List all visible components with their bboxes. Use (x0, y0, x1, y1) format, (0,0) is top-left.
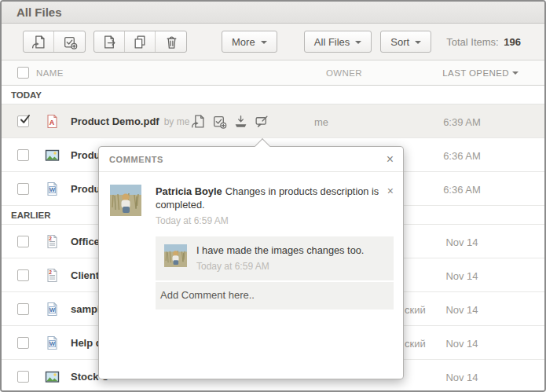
pdf-file-icon (45, 114, 60, 129)
comment: Patricia BoyleChanges in products descri… (110, 185, 394, 310)
comment-close-icon[interactable]: × (387, 185, 394, 197)
word-file-icon (45, 335, 60, 350)
toolbar-group-primary (23, 31, 86, 53)
close-icon[interactable]: × (387, 155, 394, 164)
reply-timestamp: Today at 6:59 AM (196, 261, 364, 272)
file-manager-window: All Files More All Files Sort Total Item… (0, 0, 546, 392)
avatar (164, 244, 187, 267)
popup-body: Patricia BoyleChanges in products descri… (99, 172, 403, 310)
reply-text: I have made the images changes too. (196, 244, 364, 257)
toolbar-group-secondary (93, 31, 187, 53)
comment-replies: I have made the images changes too. Toda… (156, 236, 394, 310)
row-checkbox[interactable] (17, 371, 29, 383)
row-actions (190, 114, 269, 129)
comment-author: Patricia Boyle (156, 185, 222, 197)
file-date: Nov 14 (423, 338, 501, 350)
column-header-last-opened[interactable]: LAST OPENED (442, 68, 519, 78)
column-header-name: NAME (36, 68, 64, 78)
total-items-value: 196 (504, 36, 521, 48)
page-title: All Files (16, 5, 62, 19)
move-button[interactable] (24, 31, 54, 52)
popup-title: COMMENTS (109, 155, 163, 164)
popup-header: COMMENTS × (99, 147, 403, 172)
comment-icon[interactable] (254, 114, 269, 129)
word-file-icon (45, 302, 60, 317)
caret-down-icon (415, 41, 421, 44)
toolbar: More All Files Sort Total Items: 196 (2, 24, 544, 60)
filter-dropdown-label: All Files (314, 36, 350, 48)
file-date: Nov 14 (423, 304, 501, 316)
row-checkbox[interactable] (17, 337, 29, 349)
select-all-checkbox[interactable] (17, 67, 29, 79)
comment-text: Patricia BoyleChanges in products descri… (156, 185, 385, 211)
add-task-button[interactable] (54, 31, 85, 52)
comment-content: Patricia BoyleChanges in products descri… (156, 185, 394, 310)
sort-dropdown-label: Sort (390, 36, 409, 48)
more-button-label: More (232, 36, 255, 48)
titlebar: All Files (2, 2, 544, 24)
row-checkbox[interactable] (17, 115, 29, 127)
column-header-owner: OWNER (326, 68, 362, 78)
add-comment-input[interactable]: Add Comment here.. (156, 282, 394, 310)
row-checkbox[interactable] (17, 149, 29, 161)
row-checkbox[interactable] (17, 269, 29, 281)
reply-content: I have made the images changes too. Toda… (196, 244, 364, 272)
copy-button[interactable] (125, 31, 156, 52)
move-icon[interactable] (190, 114, 206, 129)
comments-popup: COMMENTS × Patricia BoyleChanges in prod… (98, 146, 404, 379)
total-items: Total Items: 196 (446, 36, 521, 48)
note-file-icon (45, 268, 60, 283)
total-items-label: Total Items: (446, 36, 498, 48)
column-header-last-opened-label: LAST OPENED (442, 68, 509, 78)
note-file-icon (45, 234, 60, 249)
add-task-icon[interactable] (211, 114, 227, 129)
caret-down-icon (355, 41, 361, 44)
reply: I have made the images changes too. Toda… (156, 236, 394, 280)
file-date: 6:36 AM (423, 184, 501, 196)
word-file-icon (45, 181, 60, 196)
download-icon[interactable] (233, 114, 248, 129)
row-checkbox[interactable] (17, 183, 29, 195)
image-file-icon (45, 369, 60, 384)
file-owner: me (314, 116, 328, 128)
file-date: Nov 14 (423, 236, 501, 248)
file-byline: by me (164, 116, 190, 127)
sort-dropdown[interactable]: Sort (380, 31, 431, 53)
table-header: NAME OWNER LAST OPENED (2, 60, 544, 86)
file-name[interactable]: Product Demo.pdfby me (71, 115, 189, 127)
more-button[interactable]: More (222, 31, 277, 53)
image-file-icon (45, 148, 60, 163)
row-checkbox[interactable] (17, 236, 29, 247)
file-date: Nov 14 (423, 270, 501, 282)
row-checkbox[interactable] (17, 303, 29, 315)
file-row[interactable]: Product Demo.pdfby me me 6:39 AM (2, 104, 544, 138)
file-date: Nov 14 (423, 372, 501, 383)
check-icon (19, 113, 31, 126)
filter-dropdown[interactable]: All Files (304, 31, 372, 53)
file-date: 6:36 AM (423, 150, 501, 162)
caret-down-icon (261, 41, 267, 44)
share-button[interactable] (94, 31, 125, 52)
avatar (110, 185, 141, 216)
section-header-today: TODAY (2, 86, 544, 104)
comment-timestamp: Today at 6:59 AM (156, 215, 394, 226)
sort-caret-icon (512, 71, 519, 75)
delete-button[interactable] (156, 31, 186, 52)
file-date: 6:39 AM (423, 116, 501, 128)
